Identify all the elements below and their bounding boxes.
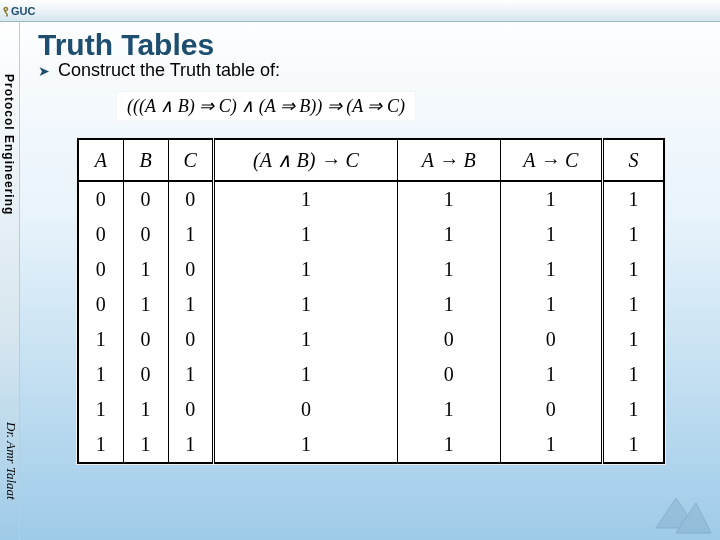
cell-C: 1 bbox=[168, 217, 213, 252]
th-S: S bbox=[602, 139, 664, 181]
cell-expr: 1 bbox=[213, 287, 397, 322]
cell-AB: 1 bbox=[398, 287, 500, 322]
cell-AB: 0 bbox=[398, 357, 500, 392]
cell-A: 0 bbox=[78, 217, 123, 252]
cell-S: 1 bbox=[602, 217, 664, 252]
th-C: C bbox=[168, 139, 213, 181]
cell-expr: 1 bbox=[213, 181, 397, 217]
cell-AC: 1 bbox=[500, 181, 602, 217]
cell-B: 1 bbox=[123, 252, 168, 287]
cell-AC: 1 bbox=[500, 252, 602, 287]
table-row: 1111111 bbox=[78, 427, 664, 463]
cell-S: 1 bbox=[602, 357, 664, 392]
corner-decoration-icon bbox=[646, 488, 716, 538]
cell-C: 1 bbox=[168, 357, 213, 392]
cell-S: 1 bbox=[602, 252, 664, 287]
cell-expr: 1 bbox=[213, 427, 397, 463]
cell-AC: 1 bbox=[500, 217, 602, 252]
cell-AC: 1 bbox=[500, 287, 602, 322]
truth-table: A B C (A ∧ B) → C A → B A → C S 00011110… bbox=[77, 138, 665, 464]
table-row: 0011111 bbox=[78, 217, 664, 252]
cell-A: 0 bbox=[78, 252, 123, 287]
cell-B: 0 bbox=[123, 357, 168, 392]
cell-A: 1 bbox=[78, 392, 123, 427]
slide-content: ➤ Construct the Truth table of: (((A ∧ B… bbox=[36, 54, 700, 540]
th-expr: (A ∧ B) → C bbox=[213, 139, 397, 181]
cell-AB: 1 bbox=[398, 217, 500, 252]
cell-A: 1 bbox=[78, 427, 123, 463]
cell-AC: 1 bbox=[500, 357, 602, 392]
cell-S: 1 bbox=[602, 287, 664, 322]
cell-C: 0 bbox=[168, 181, 213, 217]
cell-AC: 1 bbox=[500, 427, 602, 463]
cell-B: 0 bbox=[123, 217, 168, 252]
table-row: 1001001 bbox=[78, 322, 664, 357]
cell-AB: 1 bbox=[398, 392, 500, 427]
cell-expr: 1 bbox=[213, 217, 397, 252]
table-row: 0111111 bbox=[78, 287, 664, 322]
table-row: 1100101 bbox=[78, 392, 664, 427]
bullet-text: Construct the Truth table of: bbox=[58, 60, 280, 81]
sidebar-course-label: Protocol Engineering bbox=[2, 74, 16, 215]
table-row: 0101111 bbox=[78, 252, 664, 287]
cell-A: 1 bbox=[78, 357, 123, 392]
cell-AB: 1 bbox=[398, 427, 500, 463]
bullet-line: ➤ Construct the Truth table of: bbox=[38, 60, 700, 81]
cell-B: 0 bbox=[123, 322, 168, 357]
logo-swirl-icon: ९ bbox=[2, 3, 9, 19]
cell-expr: 0 bbox=[213, 392, 397, 427]
cell-A: 0 bbox=[78, 181, 123, 217]
cell-expr: 1 bbox=[213, 357, 397, 392]
logo-text: GUC bbox=[11, 5, 35, 17]
cell-A: 0 bbox=[78, 287, 123, 322]
top-bar: ९ GUC bbox=[0, 0, 720, 22]
cell-B: 0 bbox=[123, 181, 168, 217]
cell-B: 1 bbox=[123, 427, 168, 463]
cell-AB: 0 bbox=[398, 322, 500, 357]
cell-S: 1 bbox=[602, 322, 664, 357]
th-AB: A → B bbox=[398, 139, 500, 181]
cell-AB: 1 bbox=[398, 252, 500, 287]
cell-S: 1 bbox=[602, 181, 664, 217]
cell-B: 1 bbox=[123, 287, 168, 322]
th-A: A bbox=[78, 139, 123, 181]
cell-expr: 1 bbox=[213, 252, 397, 287]
cell-C: 0 bbox=[168, 322, 213, 357]
cell-A: 1 bbox=[78, 322, 123, 357]
th-B: B bbox=[123, 139, 168, 181]
cell-B: 1 bbox=[123, 392, 168, 427]
cell-C: 1 bbox=[168, 427, 213, 463]
truth-table-container: A B C (A ∧ B) → C A → B A → C S 00011110… bbox=[76, 137, 666, 465]
sidebar-author-label: Dr. Amr Talaat bbox=[3, 422, 19, 500]
th-AC: A → C bbox=[500, 139, 602, 181]
cell-AC: 0 bbox=[500, 392, 602, 427]
main-formula: (((A ∧ B) ⇒ C) ∧ (A ⇒ B)) ⇒ (A ⇒ C) bbox=[116, 91, 416, 121]
cell-S: 1 bbox=[602, 392, 664, 427]
table-row: 0001111 bbox=[78, 181, 664, 217]
cell-C: 0 bbox=[168, 252, 213, 287]
cell-AC: 0 bbox=[500, 322, 602, 357]
cell-C: 1 bbox=[168, 287, 213, 322]
bullet-arrow-icon: ➤ bbox=[38, 63, 50, 79]
table-row: 1011011 bbox=[78, 357, 664, 392]
cell-AB: 1 bbox=[398, 181, 500, 217]
cell-S: 1 bbox=[602, 427, 664, 463]
cell-expr: 1 bbox=[213, 322, 397, 357]
table-header-row: A B C (A ∧ B) → C A → B A → C S bbox=[78, 139, 664, 181]
brand-logo: ९ GUC bbox=[2, 3, 35, 19]
cell-C: 0 bbox=[168, 392, 213, 427]
